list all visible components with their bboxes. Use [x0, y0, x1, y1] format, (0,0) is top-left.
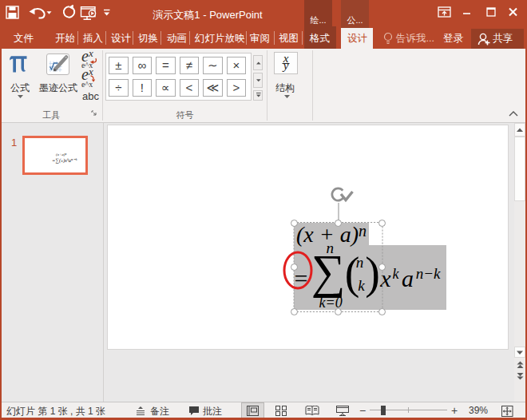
svg-text:y: y: [282, 59, 289, 72]
